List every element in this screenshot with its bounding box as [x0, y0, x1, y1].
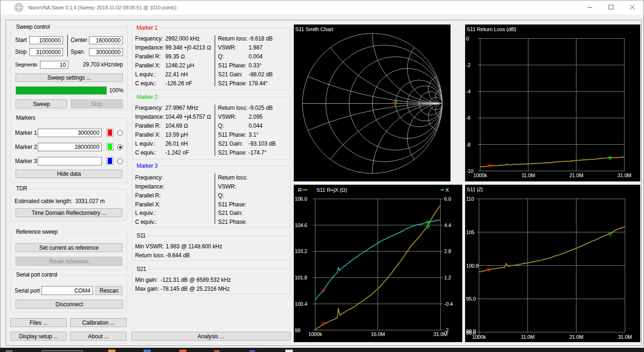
svg-text:1000k: 1000k	[308, 331, 322, 337]
svg-text:110: 110	[466, 196, 474, 202]
svg-text:1.2: 1.2	[444, 275, 451, 280]
svg-text:21.0M: 21.0M	[569, 334, 583, 340]
svg-text:S11 Smith Chart: S11 Smith Chart	[295, 26, 334, 32]
svg-text:-4: -4	[466, 89, 470, 94]
svg-text:S11 |Z|: S11 |Z|	[467, 187, 483, 192]
svg-text:31.0M: 31.0M	[618, 334, 632, 340]
svg-text:-8: -8	[466, 142, 470, 147]
svg-text:1000k: 1000k	[472, 334, 486, 340]
svg-text:2.8: 2.8	[444, 248, 451, 254]
svg-text:21.0M: 21.0M	[569, 172, 583, 178]
svg-text:105: 105	[466, 229, 475, 235]
svg-text:S11 R+jX (Ω): S11 R+jX (Ω)	[316, 187, 347, 193]
svg-text:6.0: 6.0	[444, 196, 451, 202]
svg-text:-10: -10	[466, 168, 473, 174]
svg-text:-0.4: -0.4	[444, 301, 453, 307]
svg-text:100.4: 100.4	[295, 301, 307, 307]
svg-text:31.0M: 31.0M	[618, 172, 632, 178]
svg-text:0: 0	[466, 36, 469, 41]
svg-text:X: X	[445, 187, 449, 193]
svg-text:106.0: 106.0	[295, 196, 307, 202]
svg-text:103.2: 103.2	[295, 248, 307, 254]
svg-text:16.0M: 16.0M	[371, 331, 385, 337]
svg-text:95.0: 95.0	[466, 296, 476, 302]
svg-text:104.6: 104.6	[295, 222, 307, 228]
svg-text:99: 99	[295, 327, 300, 333]
svg-text:100.0: 100.0	[466, 263, 479, 269]
svg-text:4.4: 4.4	[444, 222, 451, 228]
svg-text:11.0M: 11.0M	[522, 172, 535, 178]
svg-text:-2: -2	[466, 62, 470, 68]
svg-text:-6: -6	[466, 115, 470, 121]
svg-text:R: R	[298, 187, 302, 193]
svg-text:1000k: 1000k	[474, 172, 488, 178]
svg-text:101.8: 101.8	[295, 275, 307, 280]
svg-text:31.0M: 31.0M	[434, 331, 448, 337]
svg-text:S11 Return Loss (dB): S11 Return Loss (dB)	[467, 26, 516, 32]
svg-text:11.0M: 11.0M	[521, 334, 534, 340]
